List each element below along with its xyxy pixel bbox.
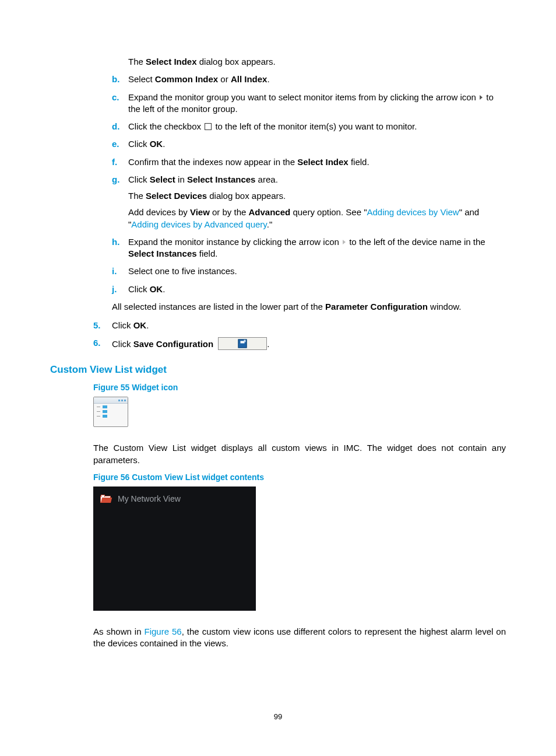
- marker-c: c.: [112, 92, 128, 116]
- step-g-result: The Select Devices dialog box appears.: [128, 190, 506, 202]
- step-g: Click Select in Select Instances area.: [128, 174, 506, 186]
- spacer: [112, 56, 128, 68]
- para-description: The Custom View List widget displays all…: [50, 442, 506, 466]
- figure-56-item-label: My Network View: [118, 494, 181, 505]
- step-i: Select one to five instances.: [128, 265, 506, 277]
- after-list-note: All selected instances are listed in the…: [50, 301, 506, 313]
- para-explanation: As shown in Figure 56, the custom view i…: [50, 626, 506, 650]
- marker-f: f.: [112, 156, 128, 168]
- marker-j: j.: [112, 284, 128, 295]
- heading-custom-view-list-widget: Custom View List widget: [50, 363, 506, 377]
- marker-b: b.: [112, 74, 128, 85]
- marker-5: 5.: [93, 320, 112, 331]
- step-b: Select Common Index or All Index.: [128, 74, 506, 85]
- step-g-add: Add devices by View or by the Advanced q…: [128, 206, 506, 230]
- link-adding-by-advanced[interactable]: Adding devices by Advanced query: [131, 219, 266, 229]
- arrow-right-icon: [480, 95, 483, 100]
- step-j: Click OK.: [128, 284, 506, 295]
- link-figure-56[interactable]: Figure 56: [144, 626, 181, 636]
- save-configuration-button-image: [218, 337, 267, 350]
- widget-icon-image: [93, 397, 128, 427]
- figure-55-caption: Figure 55 Widget icon: [50, 382, 506, 393]
- figure-56-image: My Network View: [93, 487, 256, 611]
- marker-e: e.: [112, 138, 128, 150]
- lettered-sublist: The Select Index dialog box appears. b. …: [50, 56, 506, 295]
- folder-icon: [100, 495, 111, 503]
- arrow-right-outline-icon: [343, 240, 346, 244]
- step-c: Expand the monitor group you want to sel…: [128, 92, 506, 116]
- marker-6: 6.: [93, 337, 112, 350]
- checkbox-icon: [205, 123, 212, 130]
- step-5: Click OK.: [112, 320, 506, 331]
- step-d: Click the checkbox to the left of the mo…: [128, 121, 506, 132]
- marker-g: g.: [112, 174, 128, 230]
- marker-h: h.: [112, 236, 128, 260]
- step-a-result: The Select Index dialog box appears.: [128, 56, 506, 68]
- step-f: Confirm that the indexes now appear in t…: [128, 156, 506, 168]
- page-number: 99: [0, 712, 556, 721]
- step-6: Click Save Configuration .: [112, 337, 506, 350]
- step-h: Expand the monitor instance by clicking …: [128, 236, 506, 260]
- figure-56-caption: Figure 56 Custom View List widget conten…: [50, 472, 506, 483]
- marker-d: d.: [112, 121, 128, 132]
- marker-i: i.: [112, 265, 128, 277]
- link-adding-by-view[interactable]: Adding devices by View: [367, 207, 459, 217]
- numbered-list: 5. Click OK. 6. Click Save Configuration: [50, 320, 506, 351]
- step-e: Click OK.: [128, 138, 506, 150]
